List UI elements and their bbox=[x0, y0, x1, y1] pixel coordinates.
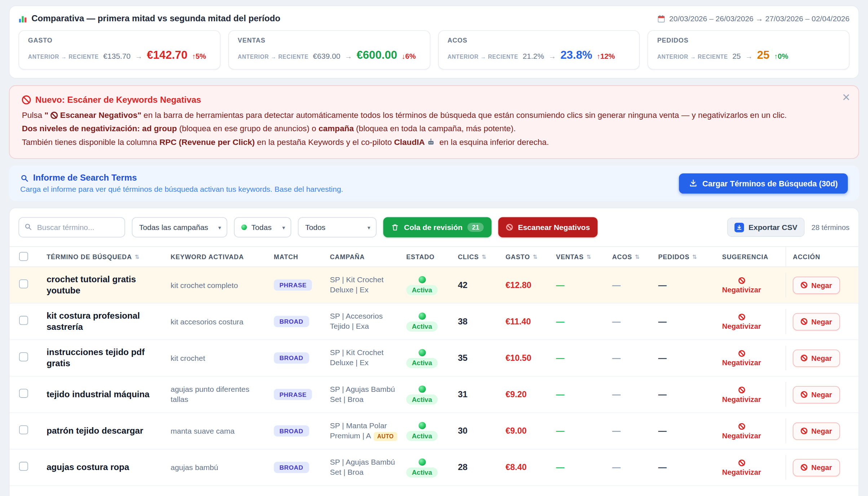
row-checkbox[interactable] bbox=[19, 462, 28, 471]
negate-button[interactable]: Negar bbox=[793, 349, 840, 367]
negativize-suggestion[interactable]: Negativizar bbox=[722, 350, 761, 367]
match-type-badge: PHRASE bbox=[274, 389, 313, 400]
negate-button[interactable]: Negar bbox=[793, 459, 840, 476]
status-badge: Activa bbox=[406, 285, 438, 295]
acos-value: — bbox=[612, 462, 620, 472]
toolbar: Todas las campañas ▾ Todas ▾ Todos ▾ Col… bbox=[9, 208, 858, 247]
robot-icon bbox=[427, 138, 435, 146]
kpi-card-acos: ACOS ANTERIOR → RECIENTE 21.2% → 23.8% ↑… bbox=[438, 30, 640, 70]
col-spend[interactable]: GASTO⇅ bbox=[497, 253, 546, 260]
status-active-dot-icon bbox=[418, 385, 425, 393]
search-term-text: tejido industrial máquina bbox=[46, 389, 150, 400]
row-checkbox[interactable] bbox=[19, 316, 28, 325]
row-checkbox[interactable] bbox=[19, 353, 28, 362]
no-entry-icon bbox=[50, 112, 58, 119]
search-terms-text: Informe de Search Terms Carga el informe… bbox=[20, 173, 343, 194]
sort-icon: ⇅ bbox=[635, 254, 640, 260]
spend-value: €9.00 bbox=[505, 426, 526, 435]
negate-button[interactable]: Negar bbox=[793, 313, 840, 330]
arrow-right-icon: → bbox=[345, 52, 352, 61]
negativize-suggestion[interactable]: Negativizar bbox=[722, 387, 761, 404]
activated-keyword-text: kit accesorios costura bbox=[170, 317, 243, 327]
negate-button[interactable]: Negar bbox=[793, 276, 840, 294]
close-icon[interactable]: × bbox=[842, 90, 850, 104]
sort-icon: ⇅ bbox=[692, 254, 698, 260]
search-icon bbox=[20, 174, 28, 182]
status-cell: Activa bbox=[406, 313, 438, 332]
col-clicks[interactable]: CLICS⇅ bbox=[453, 253, 497, 260]
chevron-down-icon: ▾ bbox=[218, 224, 221, 230]
kpi-current-value: 23.8% bbox=[561, 49, 592, 62]
kpi-current-value: €600.00 bbox=[356, 49, 397, 62]
spend-value: €9.20 bbox=[505, 390, 526, 399]
status-active-dot-icon bbox=[418, 349, 425, 356]
col-term[interactable]: TÉRMINO DE BÚSQUEDA⇅ bbox=[42, 253, 166, 260]
match-type-badge: BROAD bbox=[274, 353, 309, 364]
status-badge: Activa bbox=[406, 322, 438, 332]
acos-value: — bbox=[612, 390, 620, 399]
no-entry-icon bbox=[506, 224, 513, 231]
kpi-label: VENTAS bbox=[238, 37, 421, 44]
row-checkbox[interactable] bbox=[19, 280, 28, 289]
negativize-suggestion[interactable]: Negativizar bbox=[722, 460, 761, 477]
status-cell: Activa bbox=[406, 385, 438, 404]
sort-icon: ⇅ bbox=[482, 254, 487, 260]
total-terms-count: 28 términos bbox=[811, 223, 850, 231]
match-type-badge: BROAD bbox=[274, 425, 309, 437]
activated-keyword-text: kit crochet bbox=[170, 353, 205, 363]
status-badge: Activa bbox=[406, 394, 438, 404]
promo-banner: × Nuevo: Escáner de Keywords Negativas P… bbox=[9, 85, 859, 159]
select-all-checkbox[interactable] bbox=[19, 252, 28, 261]
review-queue-count-badge: 21 bbox=[468, 223, 484, 232]
col-acos[interactable]: ACOS⇅ bbox=[595, 253, 645, 260]
negativize-suggestion[interactable]: Negativizar bbox=[722, 314, 761, 331]
date-range-text: 20/03/2026 – 26/03/2026 → 27/03/2026 – 0… bbox=[669, 14, 850, 23]
scan-negatives-button[interactable]: Escanear Negativos bbox=[498, 217, 598, 238]
row-checkbox[interactable] bbox=[19, 425, 28, 434]
acos-value: — bbox=[612, 316, 620, 326]
sales-value: — bbox=[556, 316, 564, 326]
status-filter-select[interactable]: Todas ▾ bbox=[234, 217, 291, 238]
spend-value: €10.50 bbox=[505, 353, 531, 363]
col-orders[interactable]: PEDIDOS⇅ bbox=[645, 253, 705, 260]
negativize-suggestion[interactable]: Negativizar bbox=[722, 277, 761, 294]
negate-button[interactable]: Negar bbox=[793, 422, 840, 440]
no-entry-icon bbox=[801, 355, 807, 362]
orders-value: — bbox=[658, 462, 666, 472]
search-input[interactable] bbox=[18, 217, 125, 238]
chevron-down-icon: ▾ bbox=[282, 224, 285, 230]
col-sales[interactable]: VENTAS⇅ bbox=[546, 253, 595, 260]
activated-keyword-text: agujas punto diferentes tallas bbox=[170, 384, 262, 405]
status-badge: Activa bbox=[406, 358, 438, 368]
negate-button[interactable]: Negar bbox=[793, 386, 840, 403]
orders-value: — bbox=[658, 316, 666, 326]
no-entry-icon bbox=[801, 282, 807, 289]
kpi-compare-label: ANTERIOR → RECIENTE bbox=[28, 54, 99, 60]
clicks-value: 31 bbox=[458, 390, 468, 399]
sales-value: — bbox=[556, 353, 564, 363]
row-checkbox[interactable] bbox=[19, 389, 28, 398]
negativize-suggestion[interactable]: Negativizar bbox=[722, 423, 761, 440]
campaign-name: SP | Manta Polar Premium | AAUTO bbox=[330, 421, 397, 442]
review-queue-button[interactable]: Cola de revisión 21 bbox=[383, 217, 492, 238]
no-entry-icon bbox=[801, 318, 807, 325]
kpi-prev-value: €135.70 bbox=[103, 52, 130, 61]
col-suggestion: SUGERENCIA bbox=[705, 253, 786, 260]
acos-value: — bbox=[612, 353, 620, 363]
load-search-terms-button[interactable]: Cargar Términos de Búsqueda (30d) bbox=[679, 173, 848, 194]
arrow-right-icon: → bbox=[135, 52, 142, 61]
match-type-badge: BROAD bbox=[274, 462, 309, 473]
sort-icon: ⇅ bbox=[533, 254, 538, 260]
search-term-text: instrucciones tejido pdf gratis bbox=[46, 347, 158, 369]
auto-badge: AUTO bbox=[374, 432, 397, 441]
col-keyword: KEYWORD ACTIVADA bbox=[166, 253, 269, 260]
spend-value: €12.80 bbox=[505, 280, 531, 289]
status-badge: Activa bbox=[406, 467, 438, 477]
search-terms-subtitle: Carga el informe para ver qué términos d… bbox=[20, 185, 343, 194]
campaign-filter-select[interactable]: Todas las campañas ▾ bbox=[132, 217, 227, 238]
type-filter-select[interactable]: Todos ▾ bbox=[298, 217, 377, 238]
export-csv-button[interactable]: Exportar CSV bbox=[727, 218, 805, 237]
export-icon bbox=[735, 223, 744, 232]
search-terms-table-card: Todas las campañas ▾ Todas ▾ Todos ▾ Col… bbox=[9, 208, 859, 496]
kpi-label: ACOS bbox=[447, 37, 630, 44]
